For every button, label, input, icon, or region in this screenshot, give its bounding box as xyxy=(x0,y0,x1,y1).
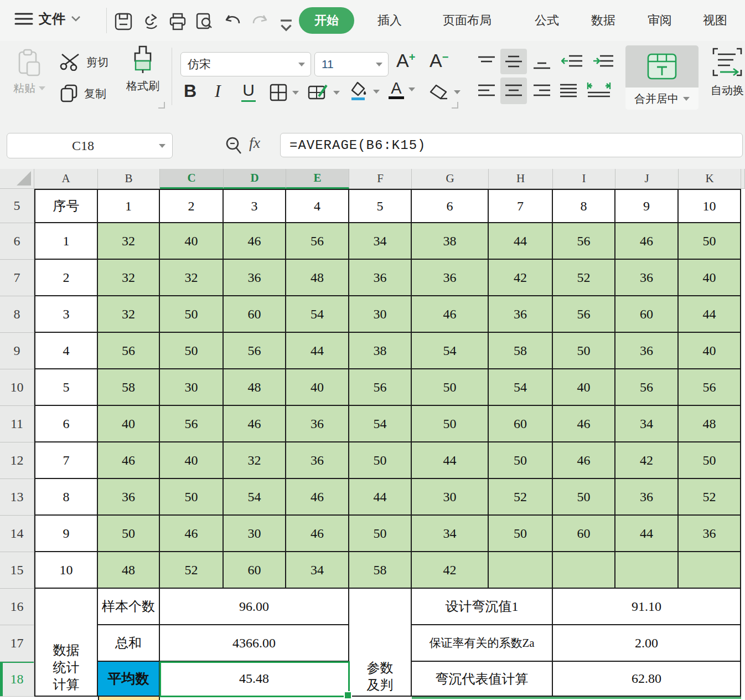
cell-G10[interactable]: 50 xyxy=(412,369,489,406)
tab-review[interactable]: 审阅 xyxy=(634,8,685,33)
cell-A11[interactable]: 6 xyxy=(34,406,98,442)
params-value-2[interactable]: 62.80 xyxy=(553,662,741,697)
cell-I11[interactable]: 46 xyxy=(553,406,615,442)
cell-H14[interactable]: 50 xyxy=(489,516,553,552)
cell-G13[interactable]: 30 xyxy=(412,479,489,516)
cell-J12[interactable]: 42 xyxy=(615,442,679,479)
cell-E7[interactable]: 48 xyxy=(286,260,349,296)
cell-E5[interactable]: 4 xyxy=(286,189,349,223)
decrease-indent-button[interactable] xyxy=(558,51,587,73)
row-header-11[interactable]: 11 xyxy=(0,406,34,442)
cell-F12[interactable]: 50 xyxy=(349,442,412,479)
align-bottom-button[interactable] xyxy=(529,54,555,73)
borders-button[interactable] xyxy=(269,83,299,102)
cell-E10[interactable]: 40 xyxy=(286,369,349,406)
cell-H8[interactable]: 36 xyxy=(489,296,553,333)
tab-page-layout[interactable]: 页面布局 xyxy=(430,8,505,33)
cell-B14[interactable]: 50 xyxy=(98,516,160,552)
cell-F6[interactable]: 34 xyxy=(349,223,412,260)
cell-G5[interactable]: 6 xyxy=(412,189,489,223)
file-menu[interactable]: 文件 xyxy=(14,10,81,28)
cell-F14[interactable]: 50 xyxy=(349,516,412,552)
cell-F9[interactable]: 38 xyxy=(349,333,412,369)
cell-F7[interactable]: 36 xyxy=(349,260,412,296)
cell-J5[interactable]: 9 xyxy=(615,189,679,223)
copy-button[interactable]: 复制 xyxy=(60,84,106,103)
select-all-corner[interactable] xyxy=(0,169,34,189)
cell-D11[interactable]: 46 xyxy=(224,406,286,442)
cell-A10[interactable]: 5 xyxy=(34,369,98,406)
cell-E12[interactable]: 36 xyxy=(286,442,349,479)
cell-B13[interactable]: 36 xyxy=(98,479,160,516)
fill-color-button[interactable] xyxy=(349,81,380,102)
cell-E15[interactable]: 34 xyxy=(286,552,349,589)
row-header-5[interactable]: 5 xyxy=(0,189,34,223)
column-header-E[interactable]: E xyxy=(286,169,349,189)
cell-H15[interactable] xyxy=(489,552,553,589)
cell-D15[interactable]: 60 xyxy=(224,552,286,589)
column-header-H[interactable]: H xyxy=(489,169,553,189)
cell-D13[interactable]: 54 xyxy=(224,479,286,516)
increase-indent-button[interactable] xyxy=(589,51,618,73)
cell-A6[interactable]: 1 xyxy=(34,223,98,260)
cell-A8[interactable]: 3 xyxy=(34,296,98,333)
cell-K11[interactable]: 48 xyxy=(679,406,741,442)
font-color-button[interactable]: A xyxy=(389,80,415,99)
row-header-9[interactable]: 9 xyxy=(0,333,34,369)
cell-I14[interactable]: 60 xyxy=(553,516,615,552)
row-header-8[interactable]: 8 xyxy=(0,296,34,333)
cell-F8[interactable]: 30 xyxy=(349,296,412,333)
cell-I12[interactable]: 46 xyxy=(553,442,615,479)
magnifier-icon[interactable] xyxy=(224,135,245,156)
column-header-J[interactable]: J xyxy=(615,169,679,189)
stats-label-1[interactable]: 总和 xyxy=(98,625,160,662)
cut-button[interactable]: 剪切 xyxy=(60,53,108,71)
cell-I6[interactable]: 56 xyxy=(553,223,615,260)
row-header-13[interactable]: 13 xyxy=(0,479,34,516)
cell-C11[interactable]: 56 xyxy=(160,406,224,442)
cell-H6[interactable]: 44 xyxy=(489,223,553,260)
column-header-D[interactable]: D xyxy=(224,169,286,189)
cell-J7[interactable]: 36 xyxy=(615,260,679,296)
cell-A5[interactable]: 序号 xyxy=(34,189,98,223)
cell-J10[interactable]: 56 xyxy=(615,369,679,406)
format-painter-button[interactable]: 格式刷 xyxy=(126,44,159,94)
cell-E6[interactable]: 56 xyxy=(286,223,349,260)
cell-D6[interactable]: 46 xyxy=(224,223,286,260)
row-header-17[interactable]: 17 xyxy=(0,625,34,662)
cell-I15[interactable] xyxy=(553,552,615,589)
align-top-button[interactable] xyxy=(474,52,499,72)
tab-formulas[interactable]: 公式 xyxy=(521,8,572,33)
wrap-text-button[interactable]: 自动换 xyxy=(711,47,744,98)
name-box[interactable]: C18 xyxy=(7,133,173,158)
cell-B10[interactable]: 58 xyxy=(98,369,160,406)
cell-H13[interactable]: 52 xyxy=(489,479,553,516)
font-size-select[interactable]: 11 xyxy=(314,52,389,76)
cell-H9[interactable]: 58 xyxy=(489,333,553,369)
row-header-15[interactable]: 15 xyxy=(0,552,34,589)
column-header-G[interactable]: G xyxy=(412,169,489,189)
cell-G8[interactable]: 46 xyxy=(412,296,489,333)
cell-E14[interactable]: 46 xyxy=(286,516,349,552)
align-right-button[interactable] xyxy=(529,80,555,102)
cell-J6[interactable]: 46 xyxy=(615,223,679,260)
params-value-1[interactable]: 2.00 xyxy=(553,625,741,662)
cell-K9[interactable]: 40 xyxy=(679,333,741,369)
column-header-A[interactable]: A xyxy=(34,169,98,189)
cell-J9[interactable]: 36 xyxy=(615,333,679,369)
cell-A9[interactable]: 4 xyxy=(34,333,98,369)
row-header-18[interactable]: 18 xyxy=(0,662,34,697)
distribute-button[interactable] xyxy=(583,78,614,103)
clear-format-button[interactable] xyxy=(428,83,461,101)
cell-K6[interactable]: 50 xyxy=(679,223,741,260)
cell-C7[interactable]: 32 xyxy=(160,260,224,296)
quick-access-more-icon[interactable] xyxy=(277,17,296,35)
tab-view[interactable]: 视图 xyxy=(690,8,741,33)
params-label-0[interactable]: 设计弯沉值1 xyxy=(412,589,553,625)
cell-K14[interactable]: 36 xyxy=(679,516,741,552)
cell-D5[interactable]: 3 xyxy=(224,189,286,223)
cell-K8[interactable]: 44 xyxy=(679,296,741,333)
cell-A12[interactable]: 7 xyxy=(34,442,98,479)
cell-E13[interactable]: 46 xyxy=(286,479,349,516)
cell-C13[interactable]: 50 xyxy=(160,479,224,516)
